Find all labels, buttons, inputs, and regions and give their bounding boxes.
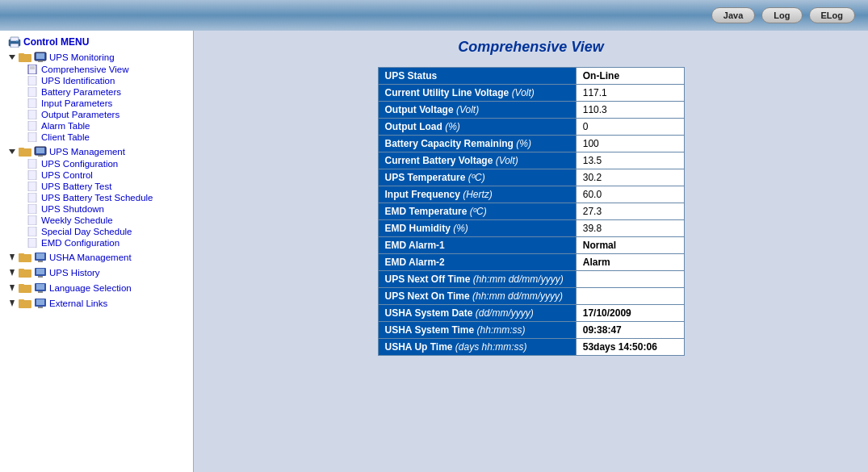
svg-rect-9 [38,61,43,62]
svg-marker-52 [10,300,15,307]
svg-rect-45 [38,276,43,278]
svg-rect-2 [10,44,19,48]
ups-management-link[interactable]: UPS Management [49,147,125,157]
svg-rect-42 [19,269,24,271]
svg-rect-38 [36,253,44,259]
alarm-table-link[interactable]: Alarm Table [41,121,90,131]
battery-parameters-link[interactable]: Battery Parameters [41,87,121,97]
row-label-6: UPS Temperature (ºC) [378,169,576,186]
table-row: UPS Next On Time (hh:mm dd/mm/yyyy) [378,288,684,305]
svg-marker-40 [10,269,15,276]
table-row: Output Load (%)0 [378,119,684,136]
svg-rect-31 [28,215,36,225]
folder-icon5 [19,282,31,294]
sidebar-item-ups-identification[interactable]: UPS Identification [0,75,193,86]
monitor-icon5 [34,282,47,294]
usha-management-link[interactable]: USHA Management [49,253,132,262]
sidebar-item-output-params[interactable]: Output Parameters [0,109,193,120]
svg-rect-22 [19,148,24,150]
external-links-group[interactable]: External Links [0,297,193,310]
row-label-3: Output Load (%) [378,119,576,136]
row-value-13 [576,288,684,305]
sidebar-item-alarm-table[interactable]: Alarm Table [0,120,193,132]
svg-rect-36 [19,253,24,256]
ups-monitoring-link[interactable]: UPS Monitoring [49,52,115,62]
table-row: EMD Alarm-1Normal [378,237,684,254]
input-parameters-link[interactable]: Input Parameters [41,98,112,108]
table-row: EMD Humidity (%)39.8 [378,220,684,237]
table-row: EMD Temperature (ºC)27.3 [378,203,684,220]
ups-battery-test-link[interactable]: UPS Battery Test [41,182,111,191]
page-icon-uc [27,159,39,169]
row-value-10: Normal [576,237,684,254]
svg-rect-44 [36,269,44,274]
row-label-9: EMD Humidity (%) [378,220,576,237]
ups-configuration-link[interactable]: UPS Configuration [41,159,118,169]
external-links-link[interactable]: External Links [49,299,107,308]
table-row: UPS Temperature (ºC)30.2 [378,169,684,186]
ups-management-group[interactable]: UPS Management [0,145,193,158]
sidebar-item-weekly-schedule[interactable]: Weekly Schedule [0,215,193,226]
row-label-13: UPS Next On Time (hh:mm dd/mm/yyyy) [378,288,576,305]
monitor-icon4 [34,267,47,278]
ups-control-link[interactable]: UPS Control [41,170,93,180]
weekly-schedule-link[interactable]: Weekly Schedule [41,215,113,225]
comprehensive-view-link[interactable]: Comprehensive View [41,65,128,74]
page-icon-ubts [27,193,39,203]
svg-rect-17 [28,110,36,119]
page-icon-ubt [27,182,39,191]
page-icon-uid [27,76,39,86]
svg-rect-48 [19,284,24,286]
log-button[interactable]: Log [761,7,802,23]
language-selection-group[interactable]: Language Selection [0,282,193,294]
control-menu[interactable]: Control MENU [0,36,193,48]
svg-rect-8 [36,53,44,59]
printer-icon [8,36,21,48]
row-value-6: 30.2 [576,169,684,186]
language-selection-link[interactable]: Language Selection [49,283,132,293]
special-day-schedule-link[interactable]: Special Day Schedule [41,227,132,236]
expand-icon [8,53,16,61]
ups-identification-link[interactable]: UPS Identification [41,76,115,86]
ups-battery-test-schedule-link[interactable]: UPS Battery Test Schedule [41,193,153,203]
svg-rect-30 [28,204,36,214]
table-row: USHA System Time (hh:mm:ss)09:38:47 [378,322,684,339]
row-value-8: 27.3 [576,203,684,220]
expand-icon5 [8,284,16,292]
ups-history-group[interactable]: UPS History [0,266,193,279]
svg-rect-16 [28,98,36,108]
sidebar-item-client-table[interactable]: Client Table [0,132,193,143]
row-value-0: On-Line [576,68,684,85]
sidebar-item-emd-config[interactable]: EMD Configuration [0,237,193,249]
usha-management-group[interactable]: USHA Management [0,251,193,264]
svg-rect-27 [28,170,36,180]
sidebar-item-ups-battery-test-schedule[interactable]: UPS Battery Test Schedule [0,192,193,203]
page-icon-ec [27,238,39,248]
sidebar-item-ups-control[interactable]: UPS Control [0,169,193,181]
svg-marker-46 [10,285,15,291]
sidebar-item-ups-config[interactable]: UPS Configuration [0,158,193,169]
svg-rect-25 [38,155,43,157]
ups-monitoring-group[interactable]: UPS Monitoring [0,51,193,64]
sidebar-item-ups-shutdown[interactable]: UPS Shutdown [0,203,193,215]
sidebar-item-input-params[interactable]: Input Parameters [0,98,193,109]
row-value-7: 60.0 [576,186,684,203]
svg-rect-33 [28,238,36,248]
sidebar-item-comprehensive-view[interactable]: Comprehensive View [0,64,193,75]
sidebar-item-battery-params[interactable]: Battery Parameters [0,86,193,98]
svg-rect-51 [38,291,43,293]
page-icon-ct [27,132,39,142]
ups-shutdown-link[interactable]: UPS Shutdown [41,204,104,214]
sidebar-item-ups-battery-test[interactable]: UPS Battery Test [0,181,193,192]
row-label-5: Current Battery Voltage (Volt) [378,152,576,169]
client-table-link[interactable]: Client Table [41,132,90,142]
row-label-2: Output Voltage (Volt) [378,102,576,119]
output-parameters-link[interactable]: Output Parameters [41,110,120,119]
page-icon-ws [27,215,39,225]
ups-history-link[interactable]: UPS History [49,268,100,278]
emd-configuration-link[interactable]: EMD Configuration [41,238,120,248]
java-button[interactable]: Java [711,7,755,23]
main-layout: Control MENU UPS Monitoring Comprehensiv… [0,31,868,472]
elog-button[interactable]: ELog [809,7,856,23]
sidebar-item-special-day-schedule[interactable]: Special Day Schedule [0,226,193,237]
